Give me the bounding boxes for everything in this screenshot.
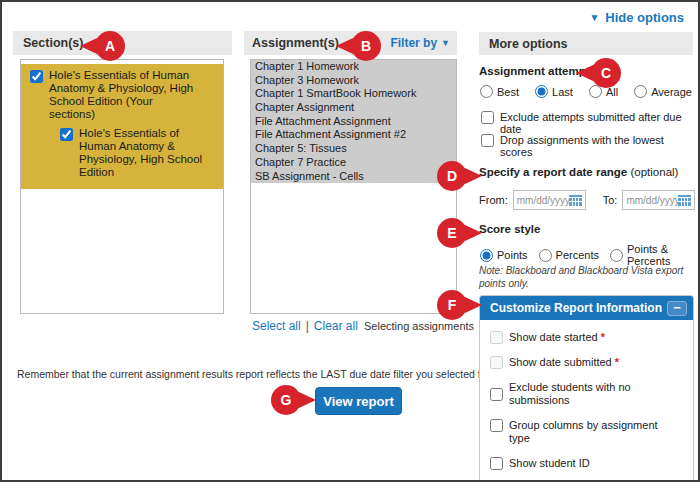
assignments-header: Assignment(s) Filter by ▼ (244, 31, 457, 55)
attempt-label-average: Average (651, 86, 692, 98)
attempt-radio-all[interactable] (589, 85, 602, 98)
required-asterisk: * (601, 331, 605, 343)
show-date-submitted-row: Show date submitted * (490, 356, 685, 369)
chevron-down-icon: ▼ (441, 38, 450, 48)
drop-lowest-scores-label: Drop assignments with the lowest scores (500, 134, 698, 158)
to-date-field[interactable] (622, 190, 695, 210)
section-checkbox[interactable] (30, 70, 43, 83)
attempt-label-all: All (606, 86, 618, 98)
attempt-label-best: Best (497, 86, 519, 98)
customize-report-box: Customize Report Information − Show date… (479, 295, 694, 482)
drop-lowest-scores-checkbox[interactable] (481, 134, 494, 147)
attempt-radio-average[interactable] (634, 85, 647, 98)
score-radio-points[interactable] (480, 249, 493, 262)
show-student-id-row[interactable]: Show student ID (490, 457, 685, 470)
report-options-window: Remember that the current assignment res… (0, 0, 700, 482)
view-report-button[interactable]: View report (315, 387, 402, 415)
select-all-link[interactable]: Select all (252, 319, 301, 333)
assignments-listbox: Chapter 1 Homework Chapter 3 Homework Ch… (250, 59, 457, 314)
attempt-option-average[interactable]: Average (634, 85, 692, 98)
attempt-option-best[interactable]: Best (480, 85, 519, 98)
sections-selected-group: Hole's Essentials of Human Anatomy & Phy… (21, 64, 223, 189)
selecting-assignments-caption: Selecting assignments (364, 320, 474, 332)
assignment-option[interactable]: Chapter 3 Homework (251, 74, 456, 88)
date-range-label-text: Specify a report date range (479, 166, 627, 178)
assignment-option[interactable]: Chapter Assignment (251, 101, 456, 115)
score-label-percents: Percents (556, 249, 599, 261)
group-columns-checkbox[interactable] (490, 419, 503, 432)
filter-by-label: Filter by (390, 36, 437, 50)
show-date-submitted-checkbox (490, 356, 503, 369)
show-student-id-checkbox[interactable] (490, 457, 503, 470)
list-actions: Select all | Clear all (252, 319, 358, 333)
assignment-attempt-group: Best Last All Average (480, 85, 692, 98)
group-columns-row[interactable]: Group columns by assignment type (490, 419, 685, 445)
score-radio-percents[interactable] (539, 249, 552, 262)
section-item[interactable]: Hole's Essentials of Human Anatomy & Phy… (60, 127, 219, 179)
assignment-option[interactable]: Chapter 7 Practice (251, 156, 456, 170)
from-label: From: (479, 194, 508, 206)
score-option-points[interactable]: Points (480, 249, 528, 262)
to-label: To: (603, 194, 618, 206)
calendar-icon[interactable] (569, 195, 582, 206)
customize-report-title: Customize Report Information (490, 301, 662, 315)
assignment-option[interactable]: Chapter 1 Homework (251, 60, 456, 74)
score-style-label: Score style (479, 223, 540, 235)
date-range-row: From: To: (479, 190, 695, 210)
link-separator: | (306, 319, 309, 333)
hide-options-link[interactable]: ▼ Hide options (589, 10, 684, 25)
score-label-points: Points (497, 249, 528, 261)
show-date-started-row: Show date started * (490, 331, 685, 344)
sections-listbox: Hole's Essentials of Human Anatomy & Phy… (20, 59, 224, 314)
attempt-radio-last[interactable] (535, 85, 548, 98)
show-date-started-label: Show date started * (509, 331, 605, 344)
section-item[interactable]: Hole's Essentials of Human Anatomy & Phy… (30, 69, 219, 121)
attempt-label-last: Last (552, 86, 573, 98)
attempt-option-last[interactable]: Last (535, 85, 573, 98)
from-date-input[interactable] (517, 195, 569, 206)
svg-text:G: G (281, 392, 292, 408)
collapse-button[interactable]: − (667, 301, 687, 316)
filter-by-dropdown[interactable]: Filter by ▼ (390, 36, 450, 50)
from-date-field[interactable] (513, 190, 586, 210)
blackboard-note: Note: Blackboard and Blackboard Vista ex… (479, 264, 695, 290)
date-range-optional-text: (optional) (630, 166, 678, 178)
customize-report-body: Show date started * Show date submitted … (480, 320, 693, 482)
clear-all-link[interactable]: Clear all (314, 319, 358, 333)
assignment-option[interactable]: File Attachment Assignment #2 (251, 128, 456, 142)
calendar-icon[interactable] (678, 195, 691, 206)
date-range-label: Specify a report date range (optional) (479, 166, 678, 178)
assignment-attempt-label: Assignment attempt (479, 65, 590, 77)
drop-lowest-scores-row[interactable]: Drop assignments with the lowest scores (481, 134, 698, 158)
to-date-input[interactable] (626, 195, 678, 206)
sections-title: Section(s) (23, 36, 83, 50)
exclude-late-attempts-row[interactable]: Exclude attempts submitted after due dat… (481, 111, 698, 135)
assignments-title: Assignment(s) (252, 36, 339, 50)
attempt-radio-best[interactable] (480, 85, 493, 98)
more-options-header: More options (479, 32, 693, 55)
customize-report-header[interactable]: Customize Report Information − (480, 296, 693, 320)
chevron-down-icon: ▼ (589, 12, 599, 23)
exclude-late-attempts-checkbox[interactable] (481, 111, 494, 124)
assignment-option[interactable]: SB Assignment - Cells (251, 170, 456, 184)
exclude-no-submissions-row[interactable]: Exclude students with no submissions (490, 381, 685, 407)
exclude-no-submissions-label: Exclude students with no submissions (509, 381, 681, 407)
attempt-option-all[interactable]: All (589, 85, 618, 98)
more-options-title: More options (489, 37, 567, 51)
section-checkbox[interactable] (60, 128, 73, 141)
svg-text:C: C (601, 65, 611, 81)
section-label: Hole's Essentials of Human Anatomy & Phy… (49, 69, 201, 121)
section-label: Hole's Essentials of Human Anatomy & Phy… (79, 127, 219, 179)
assignment-option[interactable]: File Attachment Assignment (251, 115, 456, 129)
exclude-no-submissions-checkbox[interactable] (490, 388, 503, 401)
assignment-option[interactable]: Chapter 5: Tissues (251, 142, 456, 156)
score-radio-points-percents[interactable] (610, 249, 623, 262)
assignment-option[interactable]: Chapter 1 SmartBook Homework (251, 87, 456, 101)
required-asterisk: * (615, 356, 619, 368)
group-columns-label: Group columns by assignment type (509, 419, 681, 445)
score-option-percents[interactable]: Percents (539, 249, 599, 262)
show-date-submitted-label: Show date submitted * (509, 356, 619, 369)
callout-g: G (270, 384, 316, 416)
show-date-started-checkbox (490, 331, 503, 344)
show-student-id-label: Show student ID (509, 457, 590, 470)
